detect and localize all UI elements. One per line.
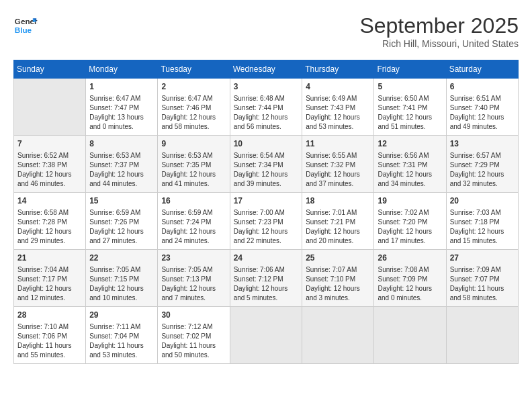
calendar-cell: [374, 307, 446, 364]
day-number: 15: [89, 195, 154, 207]
weekday-header-sunday: Sunday: [14, 60, 86, 79]
day-number: 13: [450, 138, 515, 150]
day-number: 25: [306, 253, 370, 264]
calendar-cell: 7Sunrise: 6:52 AM Sunset: 7:38 PM Daylig…: [14, 136, 86, 193]
day-number: 4: [306, 81, 370, 93]
day-number: 22: [89, 253, 154, 264]
day-number: 1: [89, 81, 154, 93]
title-block: September 2025 Rich Hill, Missouri, Unit…: [359, 13, 519, 49]
day-info: Sunrise: 6:53 AM Sunset: 7:35 PM Dayligh…: [161, 151, 226, 189]
day-info: Sunrise: 6:59 AM Sunset: 7:26 PM Dayligh…: [89, 208, 154, 246]
calendar-week-4: 21Sunrise: 7:04 AM Sunset: 7:17 PM Dayli…: [14, 250, 519, 307]
day-info: Sunrise: 6:58 AM Sunset: 7:28 PM Dayligh…: [17, 208, 82, 246]
calendar-week-1: 1Sunrise: 6:47 AM Sunset: 7:47 PM Daylig…: [14, 79, 519, 136]
weekday-header-row: SundayMondayTuesdayWednesdayThursdayFrid…: [14, 60, 519, 79]
calendar-cell: 13Sunrise: 6:57 AM Sunset: 7:29 PM Dayli…: [446, 136, 518, 193]
day-number: 20: [450, 195, 515, 207]
calendar-cell: 6Sunrise: 6:51 AM Sunset: 7:40 PM Daylig…: [446, 79, 518, 136]
day-info: Sunrise: 6:47 AM Sunset: 7:47 PM Dayligh…: [89, 94, 154, 132]
calendar-cell: 20Sunrise: 7:03 AM Sunset: 7:18 PM Dayli…: [446, 193, 518, 250]
day-info: Sunrise: 6:56 AM Sunset: 7:31 PM Dayligh…: [378, 151, 442, 189]
calendar-cell: 12Sunrise: 6:56 AM Sunset: 7:31 PM Dayli…: [374, 136, 446, 193]
day-number: 14: [17, 195, 82, 207]
day-info: Sunrise: 7:06 AM Sunset: 7:12 PM Dayligh…: [234, 265, 299, 303]
weekday-header-saturday: Saturday: [446, 60, 518, 79]
calendar-cell: 11Sunrise: 6:55 AM Sunset: 7:32 PM Dayli…: [302, 136, 374, 193]
day-number: 28: [17, 310, 82, 321]
day-number: 26: [378, 253, 442, 264]
day-number: 30: [161, 310, 226, 321]
day-info: Sunrise: 6:59 AM Sunset: 7:24 PM Dayligh…: [161, 208, 226, 246]
calendar-cell: 25Sunrise: 7:07 AM Sunset: 7:10 PM Dayli…: [302, 250, 374, 307]
calendar-week-3: 14Sunrise: 6:58 AM Sunset: 7:28 PM Dayli…: [14, 193, 519, 250]
day-info: Sunrise: 7:02 AM Sunset: 7:20 PM Dayligh…: [378, 208, 442, 246]
day-number: 24: [234, 253, 299, 264]
day-info: Sunrise: 6:50 AM Sunset: 7:41 PM Dayligh…: [378, 94, 442, 132]
day-info: Sunrise: 6:57 AM Sunset: 7:29 PM Dayligh…: [450, 151, 515, 189]
day-number: 2: [161, 81, 226, 93]
day-info: Sunrise: 6:55 AM Sunset: 7:32 PM Dayligh…: [306, 151, 370, 189]
calendar-table: SundayMondayTuesdayWednesdayThursdayFrid…: [13, 60, 519, 364]
calendar-week-5: 28Sunrise: 7:10 AM Sunset: 7:06 PM Dayli…: [14, 307, 519, 364]
day-number: 18: [306, 195, 370, 207]
location: Rich Hill, Missouri, United States: [359, 38, 519, 49]
calendar-cell: [14, 79, 86, 136]
day-number: 5: [378, 81, 442, 93]
day-info: Sunrise: 7:10 AM Sunset: 7:06 PM Dayligh…: [17, 322, 82, 360]
day-number: 10: [234, 138, 299, 150]
day-info: Sunrise: 7:05 AM Sunset: 7:13 PM Dayligh…: [161, 265, 226, 303]
day-info: Sunrise: 7:08 AM Sunset: 7:09 PM Dayligh…: [378, 265, 442, 303]
calendar-cell: 9Sunrise: 6:53 AM Sunset: 7:35 PM Daylig…: [158, 136, 230, 193]
calendar-cell: 15Sunrise: 6:59 AM Sunset: 7:26 PM Dayli…: [86, 193, 158, 250]
day-info: Sunrise: 7:09 AM Sunset: 7:07 PM Dayligh…: [450, 265, 515, 303]
day-info: Sunrise: 7:07 AM Sunset: 7:10 PM Dayligh…: [306, 265, 370, 303]
day-info: Sunrise: 7:03 AM Sunset: 7:18 PM Dayligh…: [450, 208, 515, 246]
day-info: Sunrise: 7:05 AM Sunset: 7:15 PM Dayligh…: [89, 265, 154, 303]
day-number: 3: [234, 81, 299, 93]
day-info: Sunrise: 7:04 AM Sunset: 7:17 PM Dayligh…: [17, 265, 82, 303]
weekday-header-thursday: Thursday: [302, 60, 374, 79]
logo: General Blue: [13, 13, 38, 38]
day-number: 17: [234, 195, 299, 207]
day-info: Sunrise: 6:53 AM Sunset: 7:37 PM Dayligh…: [89, 151, 154, 189]
day-number: 21: [17, 253, 82, 264]
calendar-cell: 14Sunrise: 6:58 AM Sunset: 7:28 PM Dayli…: [14, 193, 86, 250]
calendar-cell: 24Sunrise: 7:06 AM Sunset: 7:12 PM Dayli…: [230, 250, 302, 307]
day-number: 29: [89, 310, 154, 321]
day-info: Sunrise: 7:01 AM Sunset: 7:21 PM Dayligh…: [306, 208, 370, 246]
calendar-cell: [230, 307, 302, 364]
day-info: Sunrise: 6:52 AM Sunset: 7:38 PM Dayligh…: [17, 151, 82, 189]
day-info: Sunrise: 7:11 AM Sunset: 7:04 PM Dayligh…: [89, 322, 154, 360]
day-number: 11: [306, 138, 370, 150]
calendar-cell: 4Sunrise: 6:49 AM Sunset: 7:43 PM Daylig…: [302, 79, 374, 136]
calendar-cell: 29Sunrise: 7:11 AM Sunset: 7:04 PM Dayli…: [86, 307, 158, 364]
day-info: Sunrise: 7:12 AM Sunset: 7:02 PM Dayligh…: [161, 322, 226, 360]
calendar-cell: [446, 307, 518, 364]
weekday-header-friday: Friday: [374, 60, 446, 79]
calendar-cell: 1Sunrise: 6:47 AM Sunset: 7:47 PM Daylig…: [86, 79, 158, 136]
calendar-cell: 16Sunrise: 6:59 AM Sunset: 7:24 PM Dayli…: [158, 193, 230, 250]
month-title: September 2025: [359, 13, 519, 38]
calendar-cell: 28Sunrise: 7:10 AM Sunset: 7:06 PM Dayli…: [14, 307, 86, 364]
page-header: General Blue September 2025 Rich Hill, M…: [13, 13, 519, 49]
calendar-cell: 30Sunrise: 7:12 AM Sunset: 7:02 PM Dayli…: [158, 307, 230, 364]
day-number: 6: [450, 81, 515, 93]
weekday-header-tuesday: Tuesday: [158, 60, 230, 79]
svg-text:Blue: Blue: [15, 26, 32, 34]
calendar-cell: 18Sunrise: 7:01 AM Sunset: 7:21 PM Dayli…: [302, 193, 374, 250]
calendar-cell: [302, 307, 374, 364]
day-number: 7: [17, 138, 82, 150]
day-info: Sunrise: 6:49 AM Sunset: 7:43 PM Dayligh…: [306, 94, 370, 132]
calendar-cell: 23Sunrise: 7:05 AM Sunset: 7:13 PM Dayli…: [158, 250, 230, 307]
logo-icon: General Blue: [13, 13, 38, 38]
day-info: Sunrise: 6:48 AM Sunset: 7:44 PM Dayligh…: [234, 94, 299, 132]
day-number: 16: [161, 195, 226, 207]
calendar-cell: 19Sunrise: 7:02 AM Sunset: 7:20 PM Dayli…: [374, 193, 446, 250]
calendar-cell: 22Sunrise: 7:05 AM Sunset: 7:15 PM Dayli…: [86, 250, 158, 307]
day-info: Sunrise: 6:54 AM Sunset: 7:34 PM Dayligh…: [234, 151, 299, 189]
day-number: 12: [378, 138, 442, 150]
calendar-cell: 3Sunrise: 6:48 AM Sunset: 7:44 PM Daylig…: [230, 79, 302, 136]
day-number: 19: [378, 195, 442, 207]
calendar-cell: 26Sunrise: 7:08 AM Sunset: 7:09 PM Dayli…: [374, 250, 446, 307]
calendar-cell: 2Sunrise: 6:47 AM Sunset: 7:46 PM Daylig…: [158, 79, 230, 136]
